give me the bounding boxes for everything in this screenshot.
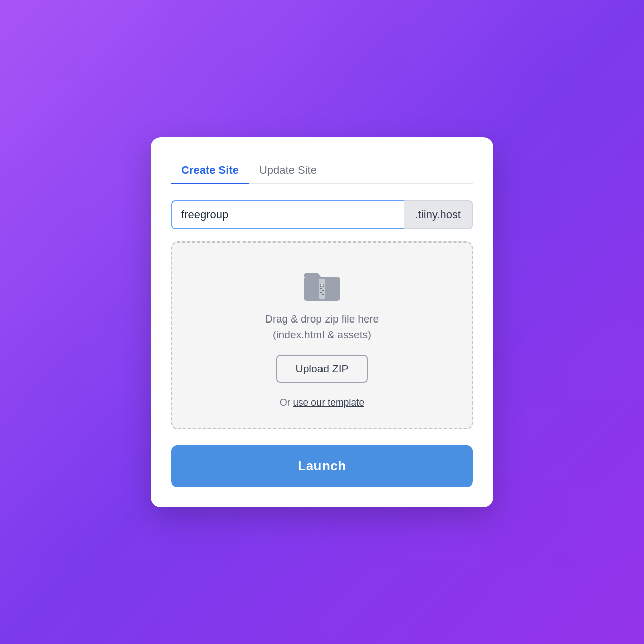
drop-primary-text: Drag & drop zip file here (index.html & …	[265, 311, 379, 343]
domain-suffix: .tiiny.host	[404, 200, 473, 229]
svg-point-3	[321, 284, 324, 286]
tab-update-site[interactable]: Update Site	[249, 157, 327, 184]
domain-input[interactable]	[171, 200, 404, 229]
svg-rect-4	[320, 288, 322, 289]
upload-zip-button[interactable]: Upload ZIP	[276, 355, 367, 383]
drop-zone[interactable]: Drag & drop zip file here (index.html & …	[171, 242, 473, 429]
domain-row: .tiiny.host	[171, 200, 473, 229]
main-card: Create Site Update Site .tiiny.host	[151, 137, 493, 507]
use-template-link[interactable]: use our template	[293, 397, 364, 408]
svg-rect-6	[320, 292, 322, 293]
launch-button[interactable]: Launch	[171, 445, 473, 487]
zip-file-icon	[302, 268, 342, 303]
template-row: Or use our template	[280, 397, 364, 408]
tab-bar: Create Site Update Site	[171, 157, 473, 184]
tab-create-site[interactable]: Create Site	[171, 157, 249, 184]
svg-rect-5	[322, 290, 324, 291]
svg-rect-7	[322, 294, 324, 295]
